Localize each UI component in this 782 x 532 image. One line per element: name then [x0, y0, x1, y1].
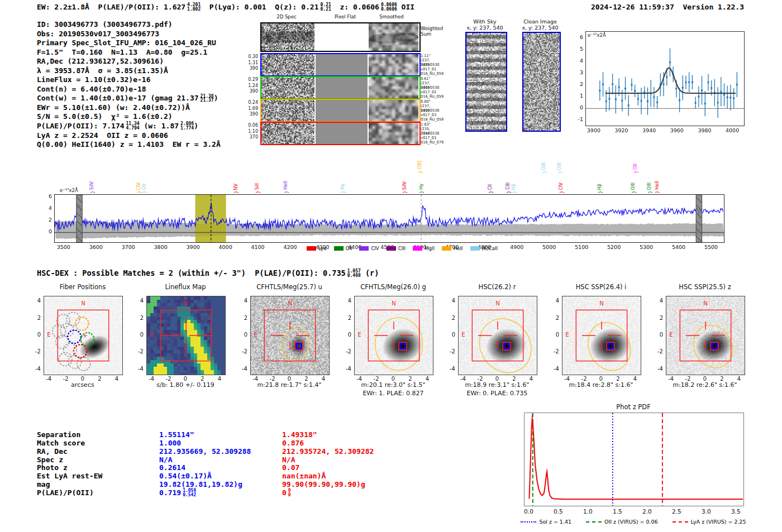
- cutout-title: Fiber Positions: [27, 283, 139, 291]
- photz-canvas: [524, 413, 743, 506]
- x-tick-label: 5500: [655, 244, 767, 250]
- emission-line-label: Hβ{: [597, 161, 603, 194]
- y-tick-label: 4: [547, 298, 559, 304]
- cutout-image-canvas: [44, 296, 122, 375]
- info-text: RA,Dec (212.936127,52.309616): [37, 57, 164, 65]
- match-table-row-label: Spec z: [37, 456, 63, 464]
- emission-line-label: Hγ{: [339, 161, 346, 194]
- emission-line-brace: {: [419, 190, 423, 194]
- y-tick-label: -4: [340, 366, 351, 372]
- y-tick-label: -4: [29, 366, 41, 372]
- hsc-dex-text: HSC-DEX : Possible Matches = 2 (within +…: [37, 269, 346, 277]
- report-version: Version 1.22.3: [683, 3, 744, 11]
- y-tick-label: 2: [651, 315, 663, 321]
- fiber-id-label: 1.11": [421, 54, 431, 58]
- legend-item: LyA z (VIRUS) = 2.25: [673, 519, 746, 525]
- cutout-frame: [250, 296, 330, 375]
- info-text: Q(0.00) HeII(1640) z = 1.4103 EW r = 3.2…: [37, 140, 221, 148]
- cutout-title: Lineflux Map: [130, 283, 241, 291]
- y-tick-label: -4: [651, 366, 663, 372]
- match-table-value: 0.876: [282, 439, 304, 447]
- y-tick-label: 0: [444, 332, 455, 338]
- fraction-denominator: 4.794: [126, 126, 140, 131]
- y-tick-label: -2: [444, 348, 455, 354]
- y-tick-label: 2: [571, 81, 583, 87]
- match-value-text: 0.07: [282, 463, 299, 472]
- info-text: F=1.5" T=0.160 N=1.13 A=0.80 g=25.1: [37, 48, 207, 56]
- emission-line-brace: {: [255, 190, 259, 194]
- legend-item: (K)CaII: [470, 246, 498, 251]
- plot-frame: [524, 413, 744, 506]
- fraction-denominator: 0.21: [321, 7, 331, 12]
- emission-line-label-text: SiIV: [402, 181, 407, 190]
- legend-item: OII z (VIRUS) = 0.06: [586, 519, 658, 525]
- emission-line-label: Hβ{: [510, 161, 517, 194]
- pixel-flat-canvas: [316, 54, 368, 75]
- spec2d-fiber-strip: [260, 76, 421, 99]
- match-table-value: 0.07: [282, 463, 299, 472]
- report-version-gap: [674, 3, 683, 11]
- info-text: LineFlux = 1.10(±0.32)e-16: [37, 75, 151, 84]
- info-text: LyA z = 2.2524 OII z = 0.0606: [37, 131, 168, 140]
- emission-line-label: SiIV{: [89, 161, 96, 194]
- y-tick-label: 6: [42, 193, 52, 199]
- legend-color-swatch: [359, 246, 369, 251]
- emission-line-brace: {: [488, 190, 493, 194]
- x-tick-label: 4000: [676, 127, 782, 133]
- legend-line-swatch: [673, 521, 688, 523]
- emission-line-brace: {: [559, 190, 564, 194]
- y-tick-label: 4: [571, 57, 583, 64]
- spec2d-image-canvas: [261, 123, 314, 144]
- y-tick-label: 4: [236, 298, 247, 304]
- match-table-row-label: Match score: [37, 439, 85, 447]
- info-line: EWr = 5.10(±1.60) (w: 2.40(±0.72))Å: [37, 103, 221, 113]
- fraction-denominator: 0: [288, 493, 291, 497]
- emission-line-label: OII{: [141, 161, 147, 194]
- match-table-row-label: Photo z: [37, 463, 68, 472]
- info-text: (w: 1.87: [140, 122, 179, 130]
- info-text: Cont(n) = 6.40(±0.70)e-18: [37, 85, 146, 93]
- y-tick-label: -4: [444, 366, 455, 372]
- match-value-text: nan(±nan)Å: [282, 472, 326, 480]
- cutout-frame: [666, 296, 745, 375]
- info-text: S/N = 5.0(±0.5) χ² = 1.6(±0.2): [37, 112, 173, 121]
- emission-line-label-text: SiII: [255, 183, 260, 190]
- legend-color-swatch: [334, 246, 344, 251]
- y-tick-label: 2: [236, 315, 247, 321]
- cutout-frame: [146, 296, 226, 375]
- y-tick-label: 2: [340, 315, 351, 321]
- y-tick-label: -4: [547, 366, 559, 372]
- fraction-denominator: 21.37: [201, 98, 214, 103]
- plot-frame: [585, 31, 745, 126]
- hsc-dex-text: (r): [361, 269, 379, 277]
- match-value-text: 0.2614: [159, 463, 185, 472]
- sky-panel-image-frame: [522, 32, 561, 132]
- fiber-id-label: v017_01: [421, 67, 436, 71]
- fiber-weight-label: 370: [235, 135, 258, 140]
- header-timestamp-version: 2024-12-26 11:59:37 Version 1.22.3: [591, 3, 744, 11]
- fiber-id-label: 016_RU_079: [421, 140, 444, 145]
- emission-line-label: SiII{: [254, 161, 260, 194]
- emission-line-brace: {: [631, 190, 636, 194]
- legend-color-swatch: [470, 246, 480, 251]
- match-value-text: 99.90(99.90,99.90)g: [282, 480, 365, 488]
- y-tick-label: 0: [340, 332, 351, 338]
- match-table-value: 19.82(19.81,19.82)g: [159, 480, 242, 488]
- emission-line-label-text: OIII: [631, 183, 636, 190]
- fiber-id-label: 1.83": [421, 122, 431, 127]
- y-tick-label: 2: [42, 217, 52, 223]
- cutout-image-canvas: [147, 296, 225, 375]
- legend-item: MgII: [413, 246, 435, 251]
- y-tick-label: 2: [132, 315, 144, 321]
- y-tick-label: 0: [42, 228, 52, 234]
- emission-line-label: SiIV{: [401, 161, 408, 194]
- cutout-image-canvas: [666, 296, 745, 375]
- info-text: ): [194, 122, 198, 130]
- y-tick-label: -2: [651, 348, 663, 354]
- smoothed-image-canvas: [369, 123, 418, 144]
- clean-image-canvas: [523, 33, 560, 131]
- fiber-weight-label: 0.24: [235, 100, 258, 105]
- info-line: Cont(n) = 6.40(±0.70)e-18: [37, 85, 221, 94]
- match-value-text: 212.935724, 52.309282: [282, 447, 374, 456]
- y-tick-label: -2: [29, 348, 41, 354]
